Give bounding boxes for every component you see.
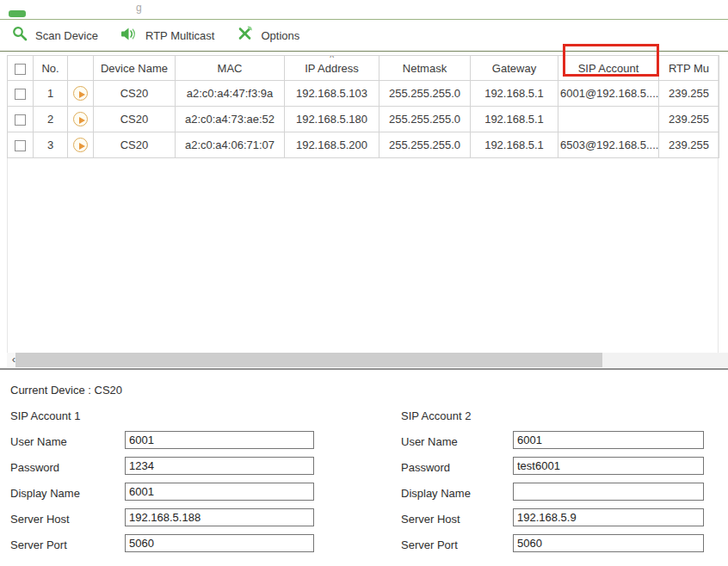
play-icon[interactable] [73, 86, 88, 101]
password-label: Password [401, 461, 450, 474]
header-mac[interactable]: MAC [176, 56, 285, 81]
server-port-field[interactable] [513, 534, 704, 552]
rtp-multicast-button[interactable]: RTP Multicast [120, 27, 214, 45]
search-icon [12, 26, 28, 45]
password-field[interactable] [513, 457, 704, 475]
header-select-all[interactable] [8, 56, 34, 81]
header-gateway[interactable]: Gateway [471, 56, 558, 81]
header-play[interactable] [68, 56, 94, 81]
username-label: User Name [401, 435, 458, 448]
cell-select[interactable] [8, 132, 34, 158]
cell-no: 2 [34, 107, 68, 132]
cell-gateway: 192.168.5.1 [471, 132, 558, 158]
annotation-rectangle [563, 44, 659, 77]
app-window: g Scan Device RTP Multicast [0, 0, 728, 566]
server-port-label: Server Port [10, 538, 67, 551]
cell-netmask: 255.255.255.0 [379, 81, 471, 107]
current-device-label: Current Device : CS20 [10, 384, 122, 397]
cell-netmask: 255.255.255.0 [379, 107, 471, 132]
header-device-name[interactable]: Device Name [94, 56, 176, 81]
cell-select[interactable] [8, 81, 34, 107]
cell-sip-account: 6503@192.168.5.... [558, 132, 659, 158]
horizontal-scrollbar[interactable]: ‹ [7, 353, 728, 367]
scan-device-button[interactable]: Scan Device [12, 26, 98, 45]
cell-netmask: 255.255.255.0 [379, 132, 471, 158]
cell-play[interactable] [68, 132, 94, 158]
cell-no: 3 [34, 132, 68, 158]
username-label: User Name [10, 435, 67, 448]
display-name-field[interactable] [125, 483, 314, 501]
table-row[interactable]: 2 CS20 a2:c0:a4:73:ae:52 192.168.5.180 2… [8, 107, 719, 132]
cell-device-name: CS20 [94, 81, 176, 107]
title-text-fragment: g [136, 2, 142, 14]
header-netmask[interactable]: Netmask [379, 56, 471, 81]
display-name-field[interactable] [513, 483, 704, 501]
cell-mac: a2:c0:a4:73:ae:52 [176, 107, 285, 132]
password-label: Password [10, 461, 59, 474]
titlebar: g [0, 0, 728, 19]
sort-ascending-icon: ^ [330, 56, 334, 64]
cell-device-name: CS20 [94, 132, 176, 158]
server-host-label: Server Host [10, 513, 70, 526]
app-logo [9, 10, 26, 17]
play-icon[interactable] [73, 138, 88, 152]
server-host-label: Server Host [401, 513, 460, 526]
sip-account-1-title: SIP Account 1 [10, 409, 80, 422]
server-host-field[interactable] [125, 508, 314, 526]
cell-device-name: CS20 [94, 107, 176, 132]
display-name-label: Display Name [10, 487, 80, 500]
speaker-icon [120, 27, 138, 45]
table-row[interactable]: 1 CS20 a2:c0:a4:47:f3:9a 192.168.5.103 2… [8, 81, 719, 107]
select-all-checkbox[interactable] [15, 64, 26, 75]
password-field[interactable] [125, 457, 314, 475]
cell-rtp-multicast: 239.255 [659, 132, 719, 158]
panel-splitter[interactable] [0, 368, 728, 370]
cell-ip-address: 192.168.5.180 [285, 107, 379, 132]
cell-mac: a2:c0:a4:47:f3:9a [176, 81, 285, 107]
cell-play[interactable] [68, 107, 94, 132]
tools-icon [237, 26, 253, 45]
server-port-field[interactable] [125, 534, 314, 552]
cell-sip-account: 6001@192.168.5.... [558, 81, 659, 107]
cell-select[interactable] [8, 107, 34, 132]
row-checkbox[interactable] [15, 114, 26, 126]
header-rtp-multicast[interactable]: RTP Mu [659, 56, 719, 81]
cell-ip-address: 192.168.5.200 [285, 132, 379, 158]
rtp-multicast-label: RTP Multicast [145, 29, 214, 42]
sip-account-2-title: SIP Account 2 [401, 409, 471, 422]
cell-rtp-multicast: 239.255 [659, 107, 719, 132]
options-label: Options [261, 29, 299, 42]
username-field[interactable] [513, 431, 704, 449]
server-port-label: Server Port [401, 538, 458, 551]
options-button[interactable]: Options [237, 26, 299, 45]
cell-mac: a2:c0:a4:06:71:07 [176, 132, 285, 158]
cell-sip-account [558, 107, 659, 132]
cell-rtp-multicast: 239.255 [659, 81, 719, 107]
cell-gateway: 192.168.5.1 [471, 81, 558, 107]
cell-ip-address: 192.168.5.103 [285, 81, 379, 107]
header-ip-address[interactable]: ^ IP Address [285, 56, 379, 81]
cell-gateway: 192.168.5.1 [471, 107, 558, 132]
cell-no: 1 [34, 81, 68, 107]
header-no[interactable]: No. [34, 56, 68, 81]
username-field[interactable] [125, 431, 314, 449]
display-name-label: Display Name [401, 487, 471, 500]
table-row[interactable]: 3 CS20 a2:c0:a4:06:71:07 192.168.5.200 2… [8, 132, 719, 158]
cell-play[interactable] [68, 81, 94, 107]
row-checkbox[interactable] [15, 89, 26, 100]
scan-device-label: Scan Device [35, 29, 98, 42]
server-host-field[interactable] [513, 508, 704, 526]
row-checkbox[interactable] [15, 140, 26, 151]
play-icon[interactable] [73, 112, 88, 126]
scrollbar-thumb[interactable] [15, 353, 602, 367]
header-ip-address-label: IP Address [305, 62, 359, 75]
